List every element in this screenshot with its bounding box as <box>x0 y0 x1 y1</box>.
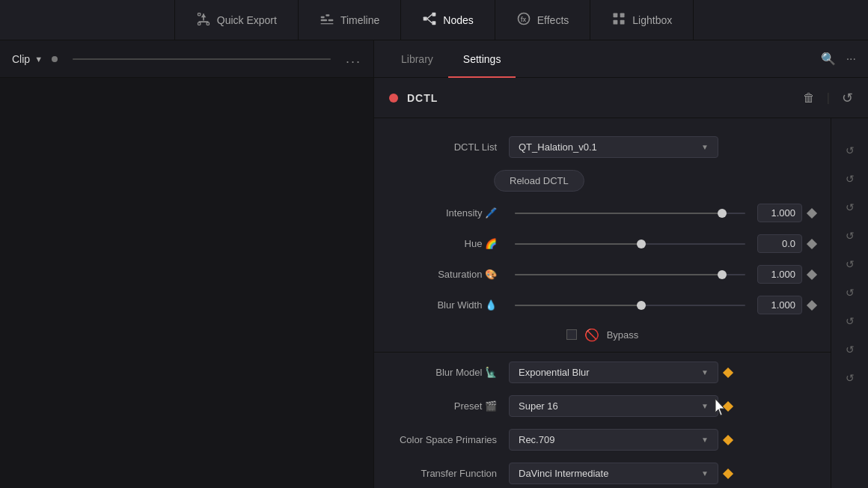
nav-lightbox[interactable]: Lightbox <box>590 0 694 40</box>
blur-model-value: Exponential Blur <box>519 367 590 378</box>
tabs-more-icon[interactable]: ··· <box>846 52 856 66</box>
dctl-list-value: QT_Halation_v0.1 <box>519 141 597 153</box>
color-space-dropdown[interactable]: Rec.709 ▼ <box>509 429 718 451</box>
transfer-fn-reset[interactable]: ↺ <box>831 364 869 392</box>
nav-effects[interactable]: fx Effects <box>495 0 591 40</box>
nav-timeline[interactable]: Timeline <box>299 0 401 40</box>
clip-slider[interactable] <box>73 58 331 60</box>
hue-value[interactable]: 0.0 <box>757 234 802 253</box>
dctl-undo-icon[interactable]: ↺ <box>842 90 853 106</box>
bypass-no-symbol: 🚫 <box>584 328 599 342</box>
left-panel: Clip ▼ ... <box>0 40 374 488</box>
svg-line-15 <box>427 19 433 23</box>
intensity-value[interactable]: 1.000 <box>757 204 802 222</box>
dctl-list-label: DCTL List <box>389 141 509 153</box>
preset-label: Preset 🎬 <box>389 400 509 412</box>
reload-dctl-button[interactable]: Reload DCTL <box>494 170 584 192</box>
nav-quick-export[interactable]: Quick Export <box>174 0 299 40</box>
bypass-checkbox[interactable] <box>566 329 577 340</box>
saturation-control: 1.000 <box>509 265 816 284</box>
svg-rect-6 <box>321 16 325 18</box>
blur-width-control: 1.000 <box>509 296 816 314</box>
transfer-fn-keyframe[interactable] <box>723 468 733 478</box>
saturation-keyframe[interactable] <box>807 269 817 279</box>
svg-rect-13 <box>433 21 436 25</box>
tabs-row: Library Settings 🔍 ··· <box>374 40 868 78</box>
intensity-reset[interactable]: ↺ <box>831 136 869 165</box>
search-icon[interactable]: 🔍 <box>821 52 836 66</box>
export-icon <box>196 11 211 29</box>
dctl-list-dropdown[interactable]: QT_Halation_v0.1 ▼ <box>509 136 718 158</box>
blur-model-keyframe[interactable] <box>723 367 733 377</box>
transfer-fn-control: DaVinci Intermediate ▼ <box>509 463 816 484</box>
hue-label: Hue 🌈 <box>389 238 509 249</box>
hue-slider[interactable] <box>515 243 745 245</box>
svg-rect-21 <box>620 19 625 24</box>
bypass-reset[interactable]: ↺ <box>831 250 869 278</box>
blur-model-control: Exponential Blur ▼ <box>509 362 816 383</box>
blur-model-reset[interactable]: ↺ <box>831 278 869 307</box>
svg-rect-7 <box>326 14 329 16</box>
blur-width-label: Blur Width 💧 <box>389 299 509 311</box>
preset-reset[interactable]: ↺ <box>831 307 869 335</box>
dctl-delete-icon[interactable]: 🗑 <box>803 91 815 105</box>
color-space-reset[interactable]: ↺ <box>831 335 869 364</box>
svg-rect-8 <box>321 19 327 21</box>
dctl-list-row: DCTL List QT_Halation_v0.1 ▼ <box>374 130 831 164</box>
reset-column: ↺ ↺ ↺ ↺ ↺ ↺ ↺ ↺ ↺ <box>831 118 868 488</box>
bypass-row: 🚫 Bypass <box>374 320 831 349</box>
clip-dropdown-icon[interactable]: ▼ <box>34 55 43 64</box>
blur-width-reset[interactable]: ↺ <box>831 222 869 250</box>
nav-nodes[interactable]: Nodes <box>401 0 495 40</box>
svg-rect-4 <box>198 22 200 25</box>
main-layout: Clip ▼ ... Library Settings 🔍 ··· <box>0 40 868 488</box>
blur-model-row: Blur Model 🗽 Exponential Blur ▼ <box>374 356 831 389</box>
color-space-keyframe[interactable] <box>723 434 733 445</box>
intensity-slider[interactable] <box>515 213 745 214</box>
dctl-list-chevron: ▼ <box>701 143 709 151</box>
svg-rect-5 <box>207 22 209 25</box>
transfer-fn-value: DaVinci Intermediate <box>519 468 608 479</box>
tab-library[interactable]: Library <box>386 40 448 78</box>
hue-reset[interactable]: ↺ <box>831 165 869 193</box>
intensity-control: 1.000 <box>509 204 816 222</box>
preset-dropdown[interactable]: Super 16 ▼ <box>509 395 718 417</box>
preset-keyframe[interactable] <box>723 400 733 411</box>
clip-label: Clip ▼ <box>12 53 58 65</box>
dctl-toggle[interactable] <box>389 94 398 103</box>
blur-model-chevron: ▼ <box>701 368 709 376</box>
saturation-reset[interactable]: ↺ <box>831 193 869 222</box>
reload-row: Reload DCTL <box>374 164 831 198</box>
transfer-fn-chevron: ▼ <box>701 469 709 478</box>
left-panel-content <box>0 78 373 488</box>
blur-model-dropdown[interactable]: Exponential Blur ▼ <box>509 362 718 383</box>
transfer-fn-label: Transfer Function <box>389 468 509 479</box>
timeline-icon <box>320 11 334 29</box>
saturation-value[interactable]: 1.000 <box>757 265 802 284</box>
nav-timeline-label: Timeline <box>340 14 379 26</box>
svg-rect-20 <box>614 19 618 24</box>
preset-control: Super 16 ▼ <box>509 395 816 417</box>
right-panel: Library Settings 🔍 ··· DCTL 🗑 | ↺ <box>374 40 868 488</box>
preset-chevron: ▼ <box>701 402 709 410</box>
tab-settings[interactable]: Settings <box>448 40 516 78</box>
hue-keyframe[interactable] <box>807 238 817 248</box>
blur-width-keyframe[interactable] <box>807 299 817 310</box>
intensity-label: Intensity 🖊️ <box>389 207 509 219</box>
saturation-label: Saturation 🎨 <box>389 269 509 280</box>
color-space-control: Rec.709 ▼ <box>509 429 816 451</box>
intensity-keyframe[interactable] <box>807 207 817 218</box>
svg-rect-3 <box>198 13 200 15</box>
svg-rect-11 <box>424 16 427 20</box>
saturation-slider[interactable] <box>515 274 745 275</box>
transfer-fn-dropdown[interactable]: DaVinci Intermediate ▼ <box>509 463 718 484</box>
intensity-row: Intensity 🖊️ 1.000 <box>374 198 831 228</box>
clip-dot <box>52 56 58 62</box>
grid-icon <box>611 11 626 29</box>
svg-rect-19 <box>620 13 625 17</box>
left-panel-more[interactable]: ... <box>346 51 361 67</box>
transfer-fn-row: Transfer Function DaVinci Intermediate ▼ <box>374 457 831 488</box>
blur-width-value[interactable]: 1.000 <box>757 296 802 314</box>
svg-text:fx: fx <box>521 16 527 23</box>
blur-width-slider[interactable] <box>515 305 745 306</box>
